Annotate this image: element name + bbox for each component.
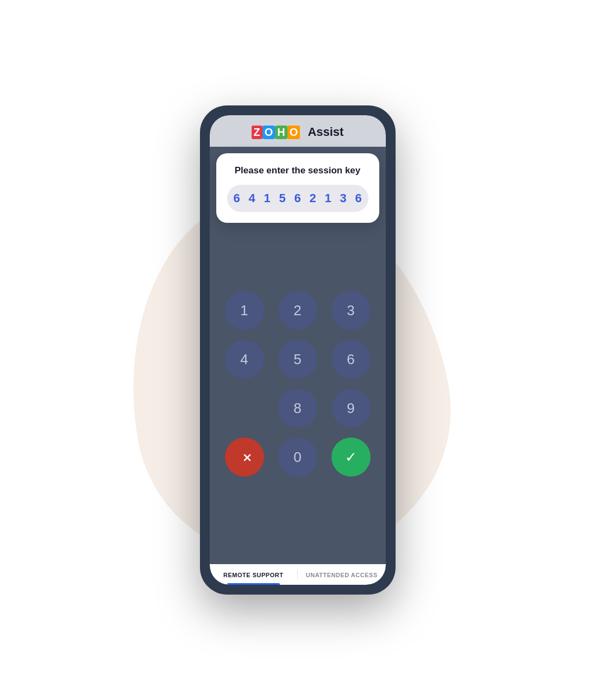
assist-label: Assist	[308, 125, 343, 139]
numpad-4[interactable]: 4	[225, 340, 264, 379]
digit-2: 4	[246, 191, 258, 205]
numpad-empty	[225, 389, 264, 428]
session-key-card: Please enter the session key 6 4 1 5 6 2…	[216, 153, 379, 223]
numpad-bottom-row: 0 ✓	[223, 438, 373, 477]
digit-5: 6	[292, 191, 304, 205]
delete-icon	[237, 451, 252, 463]
phone-screen: Z O H O Assist Please enter the session …	[210, 115, 386, 585]
logo-z: Z	[252, 126, 262, 139]
numpad-confirm[interactable]: ✓	[331, 438, 371, 477]
digit-7: 1	[322, 191, 334, 205]
digit-3: 1	[261, 191, 273, 205]
numpad-0[interactable]: 0	[278, 438, 317, 477]
zoho-wordmark: Z O H O	[252, 126, 300, 139]
logo-o1: O	[262, 126, 275, 139]
numpad-3[interactable]: 3	[331, 291, 371, 330]
scene: Z O H O Assist Please enter the session …	[108, 51, 488, 649]
phone-header: Z O H O Assist	[210, 115, 386, 147]
numpad-8[interactable]: 8	[278, 389, 317, 428]
phone-device: Z O H O Assist Please enter the session …	[200, 105, 396, 595]
numpad-delete[interactable]	[225, 438, 264, 477]
numpad-5[interactable]: 5	[278, 340, 317, 379]
logo-h: H	[275, 126, 287, 139]
numpad-grid: 1 2 3 4 5 6 8 9	[223, 291, 373, 428]
tab-remote-support[interactable]: REMOTE SUPPORT	[210, 564, 298, 585]
digit-6: 2	[307, 191, 319, 205]
digit-8: 3	[337, 191, 349, 205]
bottom-tabs: REMOTE SUPPORT UNATTENDED ACCESS	[210, 564, 386, 585]
numpad-2[interactable]: 2	[278, 291, 317, 330]
numpad-1[interactable]: 1	[225, 291, 264, 330]
digit-1: 6	[231, 191, 243, 205]
digit-4: 5	[277, 191, 289, 205]
digit-9: 6	[353, 191, 365, 205]
confirm-icon: ✓	[345, 449, 357, 466]
session-digits-display: 6 4 1 5 6 2 1 3 6	[227, 185, 368, 212]
logo-o2: O	[287, 126, 300, 139]
session-key-title: Please enter the session key	[227, 165, 368, 176]
tab-unattended-access[interactable]: UNATTENDED ACCESS	[298, 564, 386, 585]
numpad-9[interactable]: 9	[331, 389, 371, 428]
zoho-logo: Z O H O Assist	[252, 125, 344, 139]
numpad-6[interactable]: 6	[331, 340, 371, 379]
